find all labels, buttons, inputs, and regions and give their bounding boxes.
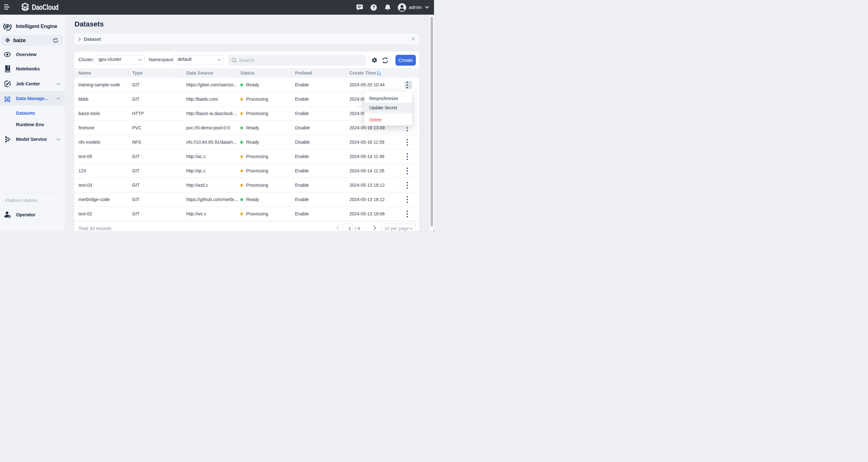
svg-text:?: ? [372, 5, 375, 10]
